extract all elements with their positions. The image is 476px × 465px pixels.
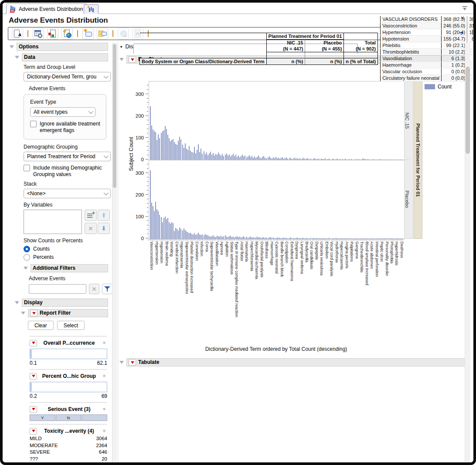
red-triangle-menu-icon[interactable]: [129, 359, 136, 366]
bar[interactable]: [242, 155, 243, 160]
bar[interactable]: [186, 149, 187, 160]
bar[interactable]: [329, 159, 330, 160]
range-slider[interactable]: [30, 349, 107, 359]
bar[interactable]: [269, 156, 270, 160]
bar[interactable]: [401, 160, 402, 160]
bar[interactable]: [190, 151, 191, 160]
bar[interactable]: [165, 217, 166, 239]
bar[interactable]: [207, 235, 208, 239]
bar[interactable]: [286, 157, 287, 160]
term-group-dropdown[interactable]: Dictionary-Derived Term, grou: [24, 72, 111, 81]
range-slider[interactable]: [30, 382, 107, 392]
bar[interactable]: [204, 151, 204, 160]
bar[interactable]: [174, 231, 175, 239]
collapse-triangle-icon[interactable]: [10, 45, 14, 48]
bar[interactable]: [151, 126, 152, 160]
bar[interactable]: [180, 229, 181, 239]
filter-level-button[interactable]: Y: [30, 414, 55, 421]
bar[interactable]: [225, 235, 226, 239]
red-triangle-menu-icon[interactable]: [30, 406, 37, 413]
bar[interactable]: [162, 222, 163, 239]
bar[interactable]: [365, 159, 366, 160]
collapse-triangle-icon[interactable]: [15, 301, 19, 304]
bar[interactable]: [278, 158, 279, 160]
bar[interactable]: [191, 234, 192, 239]
bar[interactable]: [380, 159, 381, 160]
remove-variable-button[interactable]: ✕: [85, 223, 97, 234]
close-icon[interactable]: ×: [101, 373, 107, 379]
tab-new-report[interactable]: [84, 4, 99, 14]
bar[interactable]: [361, 160, 362, 160]
bar[interactable]: [394, 160, 395, 160]
dock-pin-icon[interactable]: [462, 6, 467, 10]
bar[interactable]: [314, 158, 315, 160]
bar[interactable]: [178, 231, 179, 239]
bar[interactable]: [378, 160, 379, 160]
bar[interactable]: [316, 159, 316, 160]
bar[interactable]: [241, 156, 241, 160]
bar[interactable]: [341, 160, 342, 160]
bar[interactable]: [248, 156, 248, 160]
bar[interactable]: [173, 139, 173, 160]
bar[interactable]: [155, 132, 156, 160]
bar[interactable]: [211, 155, 212, 160]
collapse-triangle-icon[interactable]: [24, 267, 28, 270]
bar[interactable]: [255, 158, 256, 160]
bar[interactable]: [400, 160, 401, 160]
bar[interactable]: [235, 155, 236, 160]
bar[interactable]: [391, 160, 392, 160]
bar[interactable]: [201, 235, 201, 239]
bar[interactable]: [294, 158, 295, 160]
bar[interactable]: [210, 152, 211, 160]
bar[interactable]: [312, 160, 313, 160]
bar[interactable]: [257, 157, 258, 160]
red-triangle-menu-icon[interactable]: [129, 56, 136, 63]
bar[interactable]: [234, 156, 235, 160]
bar[interactable]: [190, 233, 191, 239]
main-scrollbar-thumb[interactable]: [466, 67, 470, 154]
bar[interactable]: [364, 159, 364, 160]
bar[interactable]: [156, 209, 157, 239]
bar[interactable]: [205, 234, 206, 239]
bar[interactable]: [184, 228, 184, 239]
bar[interactable]: [195, 235, 196, 239]
collapse-triangle-icon[interactable]: [21, 312, 25, 315]
bar[interactable]: [150, 170, 151, 239]
bar[interactable]: [165, 126, 166, 160]
bar[interactable]: [272, 159, 272, 160]
bar[interactable]: [155, 202, 156, 239]
bar[interactable]: [376, 160, 377, 160]
bar[interactable]: [337, 159, 338, 160]
bar[interactable]: [371, 160, 372, 160]
bar[interactable]: [197, 234, 197, 239]
red-triangle-menu-icon[interactable]: [30, 373, 37, 380]
bar[interactable]: [277, 158, 278, 160]
bar[interactable]: [279, 159, 280, 160]
bar[interactable]: [385, 160, 386, 160]
web-report-button[interactable]: [61, 28, 73, 39]
bar[interactable]: [199, 152, 200, 160]
bar[interactable]: [175, 228, 176, 239]
bar[interactable]: [194, 233, 195, 239]
bar[interactable]: [347, 160, 348, 160]
bar[interactable]: [309, 159, 309, 160]
bar[interactable]: [345, 159, 346, 160]
bar[interactable]: [296, 159, 296, 160]
bar[interactable]: [189, 233, 190, 239]
bar[interactable]: [268, 157, 269, 160]
bar[interactable]: [202, 154, 203, 160]
bar[interactable]: [370, 160, 371, 160]
bar[interactable]: [180, 139, 181, 160]
bar[interactable]: [217, 155, 218, 160]
notes-button[interactable]: [97, 28, 108, 39]
bar[interactable]: [354, 160, 355, 160]
select-button[interactable]: Select: [57, 321, 85, 330]
bar[interactable]: [305, 159, 306, 160]
bar[interactable]: [231, 155, 232, 160]
bar[interactable]: [283, 159, 284, 160]
bar[interactable]: [186, 231, 187, 239]
bar[interactable]: [386, 160, 387, 160]
bar[interactable]: [162, 131, 163, 160]
bar[interactable]: [159, 138, 160, 160]
bar[interactable]: [367, 159, 368, 160]
